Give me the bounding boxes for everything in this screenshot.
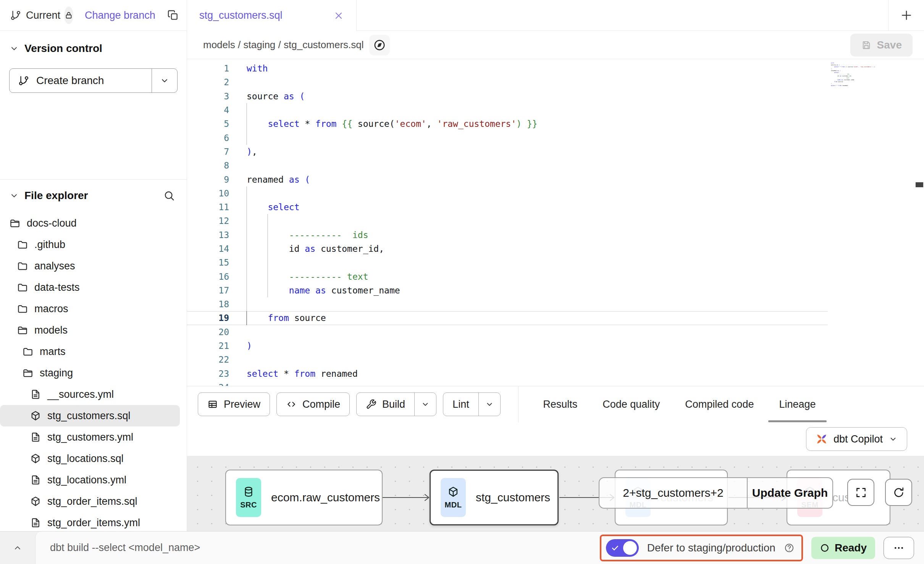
lint-button-main[interactable]: Lint bbox=[443, 393, 479, 416]
lineage-selector-input[interactable]: 2+stg_customers+2 bbox=[599, 478, 748, 508]
floppy-disk-icon bbox=[861, 40, 872, 50]
lineage-node-ecom-raw-customers[interactable]: SRCecom.raw_customers bbox=[225, 470, 383, 525]
collapse-panel-button[interactable] bbox=[0, 532, 35, 564]
cube-icon bbox=[447, 486, 459, 498]
close-icon[interactable] bbox=[333, 10, 344, 21]
lint-button[interactable]: Lint bbox=[443, 392, 501, 416]
indent-guide bbox=[267, 228, 268, 242]
preview-button-main[interactable]: Preview bbox=[198, 393, 270, 416]
compile-button[interactable]: Compile bbox=[276, 392, 350, 416]
create-branch-caret-button[interactable] bbox=[152, 69, 177, 92]
build-button-main[interactable]: Build bbox=[357, 393, 415, 416]
tree-item-label: __sources.yml bbox=[47, 389, 114, 400]
code-line-13: 13 ---------- ids bbox=[187, 228, 828, 242]
branch-lock-badge bbox=[64, 6, 73, 24]
result-tab-code-quality[interactable]: Code quality bbox=[603, 386, 660, 422]
new-tab-button[interactable] bbox=[888, 0, 924, 31]
line-number: 23 bbox=[187, 369, 229, 379]
line-number: 1 bbox=[187, 63, 229, 73]
tree-item--sources-yml[interactable]: __sources.yml bbox=[0, 384, 187, 405]
tree-item-label: macros bbox=[34, 303, 68, 315]
status-ring-icon bbox=[820, 543, 830, 553]
editor-scrollbar-marker[interactable] bbox=[916, 182, 923, 187]
copilot-row: dbt Copilot bbox=[187, 422, 924, 456]
create-branch-button[interactable]: Create branch bbox=[10, 69, 152, 92]
file-explorer-header[interactable]: File explorer bbox=[0, 190, 187, 202]
indent-guide bbox=[246, 269, 247, 283]
chevron-down-icon bbox=[421, 400, 430, 409]
code-line-6: 6 bbox=[187, 131, 828, 144]
dbt-copilot-button[interactable]: dbt Copilot bbox=[806, 427, 907, 451]
file-explorer-title: File explorer bbox=[24, 190, 88, 202]
breadcrumb-bar: models / staging / stg_customers.sql Sav… bbox=[187, 31, 924, 59]
tree-item-stg-order-items-yml[interactable]: stg_order_items.yml bbox=[0, 512, 187, 531]
tree-item-macros[interactable]: macros bbox=[0, 298, 187, 319]
line-number: 21 bbox=[187, 341, 229, 351]
defer-toggle[interactable] bbox=[606, 539, 639, 557]
copy-icon[interactable] bbox=[167, 9, 179, 21]
lint-button-caret[interactable] bbox=[479, 393, 500, 416]
tree-item-models[interactable]: models bbox=[0, 319, 187, 341]
tree-item-stg-customers-sql[interactable]: stg_customers.sql bbox=[0, 405, 180, 426]
refresh-graph-button[interactable] bbox=[885, 479, 912, 506]
indent-guide bbox=[267, 214, 268, 228]
compass-icon bbox=[373, 39, 386, 52]
folder-icon bbox=[17, 239, 28, 250]
more-options-button[interactable] bbox=[884, 537, 914, 559]
copilot-compass-button[interactable] bbox=[369, 35, 390, 55]
result-tab-results[interactable]: Results bbox=[543, 386, 577, 422]
chevron-down-icon bbox=[9, 191, 19, 201]
preview-button[interactable]: Preview bbox=[198, 392, 270, 416]
chevron-down-icon bbox=[485, 400, 494, 409]
update-graph-button[interactable]: Update Graph bbox=[748, 478, 832, 508]
build-button-label: Build bbox=[382, 399, 405, 410]
line-number: 2 bbox=[187, 77, 229, 87]
tree-item-analyses[interactable]: analyses bbox=[0, 255, 187, 277]
line-number: 13 bbox=[187, 230, 229, 240]
tree-item-stg-order-items-sql[interactable]: stg_order_items.sql bbox=[0, 491, 187, 512]
tree-item-data-tests[interactable]: data-tests bbox=[0, 277, 187, 298]
indent-guide bbox=[246, 186, 247, 200]
tree-item-label: stg_customers.sql bbox=[47, 410, 131, 422]
fullscreen-button[interactable] bbox=[847, 479, 874, 506]
tree-item-stg-locations-sql[interactable]: stg_locations.sql bbox=[0, 448, 187, 469]
help-icon[interactable] bbox=[784, 543, 795, 553]
code-editor[interactable]: 1with23source as (45 select * from {{ so… bbox=[187, 59, 924, 386]
version-control-section: Version control Create branch bbox=[0, 31, 187, 180]
code-line-7: 7), bbox=[187, 145, 828, 159]
model-cube-icon bbox=[30, 496, 41, 507]
tree-item-marts[interactable]: marts bbox=[0, 341, 187, 362]
model-cube-icon bbox=[30, 453, 41, 464]
lineage-node-stg-customers[interactable]: MDLstg_customers bbox=[430, 470, 559, 525]
code-line-12: 12 bbox=[187, 214, 828, 228]
line-number: 4 bbox=[187, 105, 229, 115]
compile-button-main[interactable]: Compile bbox=[277, 393, 349, 416]
code-text: ---------- text bbox=[229, 272, 368, 282]
build-button[interactable]: Build bbox=[356, 392, 436, 416]
result-tab-lineage[interactable]: Lineage bbox=[779, 386, 816, 422]
line-number: 3 bbox=[187, 91, 229, 101]
tree-item-stg-locations-yml[interactable]: stg_locations.yml bbox=[0, 469, 187, 491]
tree-item-docs-cloud[interactable]: docs-cloud bbox=[0, 212, 187, 234]
tree-item-stg-customers-yml[interactable]: stg_customers.yml bbox=[0, 426, 187, 448]
create-branch-split-button: Create branch bbox=[9, 68, 178, 93]
command-input[interactable]: dbt build --select <model_name> bbox=[35, 532, 591, 564]
build-button-caret[interactable] bbox=[415, 393, 436, 416]
code-text: id as customer_id, bbox=[229, 244, 384, 254]
result-tab-compiled-code[interactable]: Compiled code bbox=[685, 386, 754, 422]
editor-minimap[interactable]: withsource as ( select * from {{ source(… bbox=[831, 62, 913, 87]
version-control-header[interactable]: Version control bbox=[9, 42, 178, 55]
tree-item-staging[interactable]: staging bbox=[0, 362, 187, 384]
tree-item--github[interactable]: .github bbox=[0, 234, 187, 255]
save-button[interactable]: Save bbox=[850, 34, 913, 57]
tab-stg-customers-sql[interactable]: stg_customers.sql bbox=[187, 0, 357, 31]
indent-guide bbox=[246, 297, 247, 311]
tree-item-label: stg_locations.sql bbox=[47, 453, 124, 465]
code-text: renamed as ( bbox=[229, 175, 310, 185]
status-ready-badge: Ready bbox=[811, 537, 875, 559]
preview-button-label: Preview bbox=[224, 399, 260, 410]
change-branch-link[interactable]: Change branch bbox=[85, 10, 155, 21]
lineage-canvas[interactable]: SRCecom.raw_customersMDLstg_customersMDL… bbox=[187, 456, 924, 531]
save-button-label: Save bbox=[877, 39, 902, 51]
search-icon[interactable] bbox=[163, 190, 175, 202]
